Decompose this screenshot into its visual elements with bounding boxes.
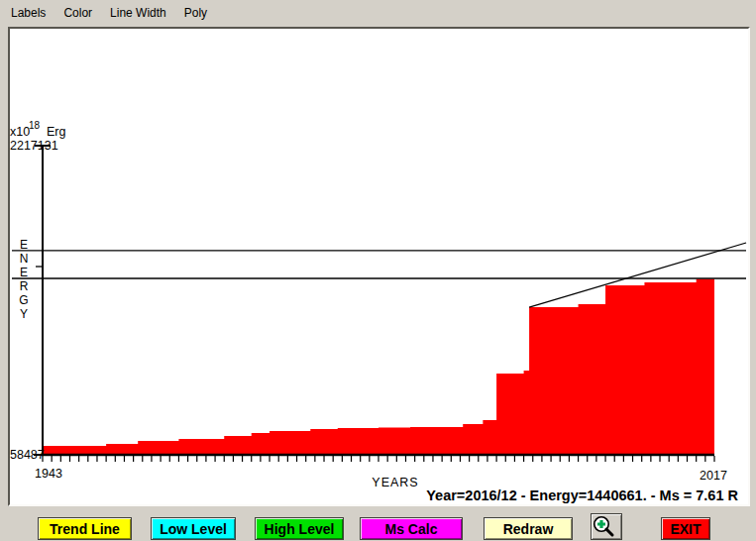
redraw-button[interactable]: Redraw [484, 517, 573, 540]
app-window: { "menu": { "items": [ {"label": "Labels… [0, 0, 756, 541]
low-level-button[interactable]: Low Level [151, 517, 236, 540]
energy-chart[interactable]: x10 18 Erg 2217131 58487 E N E R G Y 194… [10, 29, 748, 504]
y-axis-unit-prefix: x10 [10, 125, 30, 139]
y-axis-max-label: 2217131 [10, 139, 58, 153]
menu-item-line-width[interactable]: Line Width [101, 3, 175, 23]
y-axis-title-char-2: N [20, 252, 29, 266]
y-axis-min-label: 58487 [10, 448, 45, 462]
x-axis-max-label: 2017 [700, 469, 727, 483]
trend-line-button[interactable]: Trend Line [38, 517, 132, 540]
x-axis-title: YEARS [372, 476, 418, 489]
menu-item-labels[interactable]: Labels [2, 3, 54, 23]
exit-button[interactable]: EXIT [661, 517, 710, 540]
toolbar: Trend Line Low Level High Level Ms Calc … [0, 516, 756, 541]
menu-item-poly[interactable]: Poly [175, 3, 216, 23]
zoom-button[interactable] [591, 513, 622, 540]
status-readout: Year=2016/12 - Energy=1440661. - Ms = 7.… [426, 487, 738, 503]
y-axis-title-char-4: R [20, 279, 29, 293]
menu-item-color[interactable]: Color [54, 3, 101, 23]
magnifier-plus-icon [592, 515, 615, 538]
y-axis-title-char-6: Y [20, 307, 28, 321]
x-axis-min-label: 1943 [35, 467, 62, 481]
plot-panel: x10 18 Erg 2217131 58487 E N E R G Y 194… [8, 27, 750, 506]
energy-area [43, 278, 714, 455]
high-level-button[interactable]: High Level [255, 517, 344, 540]
ms-calc-button[interactable]: Ms Calc [360, 517, 463, 540]
y-axis-title-char-3: E [20, 266, 28, 279]
y-axis-title-char-5: G [19, 293, 28, 307]
y-axis-title-char-1: E [20, 238, 28, 252]
y-axis-unit-name: Erg [47, 125, 66, 139]
y-axis-unit-exponent: 18 [29, 120, 41, 131]
menu-bar: Labels Color Line Width Poly [0, 0, 756, 25]
